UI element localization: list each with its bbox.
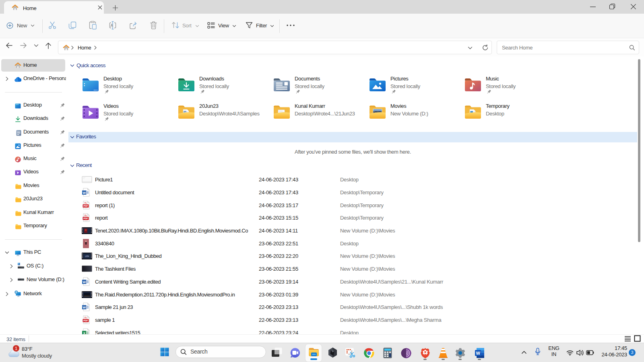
svg-text:W: W [476, 351, 480, 356]
svg-text:LION: LION [85, 255, 89, 257]
